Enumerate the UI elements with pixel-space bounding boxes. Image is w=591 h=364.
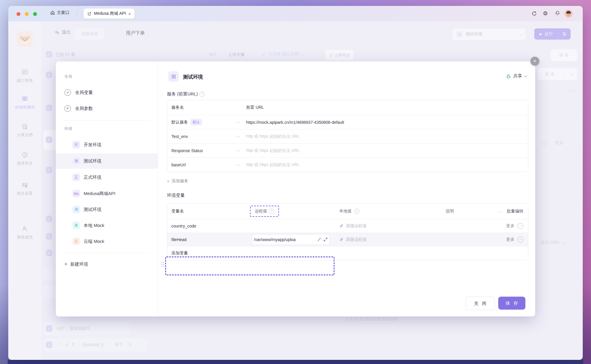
list-checkbox[interactable]: ✓ <box>46 167 52 173</box>
workspace-logo[interactable] <box>17 31 33 47</box>
batch-edit-button[interactable]: 批量编辑 <box>507 209 523 214</box>
expand-chevron-icon[interactable] <box>57 342 60 345</box>
service-url-input[interactable]: http 或 https 起始的合法 URL <box>246 148 528 153</box>
if-operator: 等于 <box>115 342 123 347</box>
row-actions-dots[interactable]: ··· <box>236 148 246 153</box>
add-service-button[interactable]: + 添加服务 <box>167 178 188 184</box>
nav-item-env-dev[interactable]: 开 开发环境 <box>56 138 158 152</box>
right-hline-3 <box>537 233 577 234</box>
response-status-row[interactable]: 成功 (200) <box>540 240 565 245</box>
row-checkbox[interactable]: ✓ <box>46 342 52 348</box>
nav-item-cloud-mock[interactable]: 云 云端 Mock <box>56 234 158 248</box>
modal-cancel-button[interactable]: 关 闭 <box>466 297 495 310</box>
variable-row-filehead[interactable]: fileHead /var/www/myapp/uploa 跟随远程值 <box>167 233 528 246</box>
variable-row-add[interactable]: 添加变量 <box>167 246 528 260</box>
refresh-icon[interactable] <box>531 11 537 17</box>
nav-item-local-mock[interactable]: 本 本地 Mock <box>56 218 158 233</box>
exit-button[interactable]: 退出 <box>55 30 71 35</box>
if-label: If <box>72 342 74 347</box>
drag-handle[interactable] <box>161 262 164 266</box>
row-actions-dots[interactable]: ··· <box>236 162 246 167</box>
traffic-light-zoom[interactable] <box>33 12 37 16</box>
tab-main-window[interactable]: 主窗口 <box>50 10 69 15</box>
sidebar-item-automation-test[interactable]: 自动化测试 <box>8 95 41 110</box>
add-variable-input[interactable]: 添加变量 <box>167 251 252 256</box>
env-badge: 测 <box>72 206 80 213</box>
row-checkbox[interactable]: ✓ <box>46 325 52 332</box>
help-icon[interactable]: ? <box>269 209 274 214</box>
list-checkbox[interactable]: ✓ <box>46 216 52 222</box>
toolbar-divider <box>71 30 71 38</box>
user-avatar[interactable] <box>564 9 573 18</box>
service-row[interactable]: Response Status ··· http 或 https 起始的合法 U… <box>167 144 528 158</box>
tab-medusa-api[interactable]: Medusa 商城 API × <box>84 9 134 19</box>
code-view-icon[interactable]: </> <box>568 89 575 94</box>
modal-save-button[interactable]: 保 存 <box>498 297 525 310</box>
row-more-button[interactable]: 更多 <box>506 237 514 242</box>
sync-now-button[interactable]: 立即同步 <box>325 50 354 61</box>
collapse-minus-icon[interactable]: − <box>542 140 548 146</box>
variable-local-value[interactable]: 跟随远程值 <box>338 223 428 229</box>
remote-value-input[interactable]: /var/www/myapp/uploa <box>252 234 330 245</box>
settings-gear-icon[interactable]: ⚙ <box>543 10 548 17</box>
variable-row-country-code[interactable]: country_code 跟随远程值 更多 − <box>167 219 528 233</box>
service-row[interactable]: 默认服务默认 ··· https://mock.apipark.cn/m1/46… <box>167 115 528 129</box>
nav-item-env-medusa[interactable]: Me Medusa商城API <box>56 186 158 201</box>
nav-item-global-variables[interactable]: V 全局变量 <box>56 85 158 100</box>
sidebar-item-share-docs[interactable]: 分享文档 <box>8 123 41 138</box>
service-url-input[interactable]: https://mock.apipark.cn/m1/4698937-43508… <box>246 120 528 125</box>
linked-doc-dropdown[interactable]: 已关联“接口文档” <box>262 51 304 57</box>
service-row[interactable]: baseUrl ··· http 或 https 起始的合法 URL <box>167 158 528 172</box>
share-dropdown[interactable]: 共享 <box>506 73 527 79</box>
variable-local-value[interactable]: 跟随远程值 <box>338 237 428 242</box>
service-row[interactable]: Test_env ··· http 或 https 起始的合法 URL <box>167 129 528 144</box>
row-actions-dots[interactable]: ··· <box>236 120 246 124</box>
list-checkbox[interactable]: ✓ <box>46 233 52 240</box>
list-checkbox[interactable]: ✓ <box>46 136 52 143</box>
sidebar-item-api-management[interactable]: 接口管理 <box>8 69 41 83</box>
send-hint-text: 点击“发送”按钮获取返回结果 <box>345 317 397 322</box>
service-url-input[interactable]: http 或 https 起始的合法 URL <box>246 134 528 139</box>
list-checkbox[interactable]: ✓ <box>46 72 52 78</box>
list-checkbox[interactable]: ✓ <box>46 250 52 256</box>
help-icon[interactable]: ? <box>199 92 205 97</box>
more-label[interactable]: 更多 <box>555 140 564 146</box>
run-button[interactable]: ▶ 运行 <box>534 28 571 40</box>
send-options-chevron-icon[interactable] <box>566 74 577 75</box>
request-row-get-cart[interactable]: ✓ GET 获取购物车 <box>44 322 129 335</box>
tab-close-icon[interactable]: × <box>128 12 131 16</box>
help-icon[interactable]: ? <box>354 209 359 214</box>
nav-item-global-params[interactable]: P 全局参数 <box>56 101 158 116</box>
row-actions-dots[interactable]: ··· <box>236 134 246 139</box>
new-environment-button[interactable]: + 新建环境 <box>64 261 88 267</box>
nav-item-env-test[interactable]: 测 测试环境 <box>56 153 158 169</box>
run-settings-icon[interactable] <box>558 28 571 40</box>
service-url-input[interactable]: http 或 https 起始的合法 URL <box>246 162 528 168</box>
condition-row-if[interactable]: ✓ If {{quantity }} 等于 0 <box>44 338 147 352</box>
environment-selector[interactable]: 测 测试环境 <box>452 28 526 40</box>
remove-row-icon[interactable]: − <box>517 237 523 243</box>
variable-name[interactable]: fileHead <box>167 237 252 242</box>
list-checkbox[interactable]: ✓ <box>46 105 52 111</box>
variable-remote-value[interactable]: /var/www/myapp/uploa <box>252 234 338 245</box>
sidebar-item-invite-members[interactable]: 邀请成员 <box>8 225 41 240</box>
exit-label: 退出 <box>62 30 71 35</box>
sidebar-item-request-history[interactable]: 请求历史 <box>8 151 41 166</box>
save-all-button[interactable]: 全部保存 <box>74 28 105 40</box>
header-dots[interactable]: ··· <box>498 209 504 214</box>
send-button[interactable]: 发 送 <box>537 68 577 80</box>
save-request-button[interactable]: 保 存 <box>550 49 577 61</box>
nav-item-env-prod[interactable]: 正 正式环境 <box>56 170 158 184</box>
traffic-light-close[interactable] <box>17 12 20 16</box>
select-all-checkbox[interactable]: ✓ <box>46 51 52 58</box>
magic-wand-icon[interactable] <box>317 237 322 242</box>
row-more-button[interactable]: 更多 <box>506 223 514 229</box>
expand-value-icon[interactable] <box>323 237 328 242</box>
variable-name[interactable]: country_code <box>167 224 252 228</box>
remove-row-icon[interactable]: − <box>517 223 523 229</box>
window-titlebar: 主窗口 Medusa 商城 API × ⚙ <box>8 6 583 22</box>
notifications-bell-icon[interactable] <box>555 10 560 16</box>
nav-item-env-test2[interactable]: 测 测试环境 <box>56 202 158 217</box>
traffic-light-minimize[interactable] <box>25 12 29 16</box>
sidebar-item-project-settings[interactable]: 项目设置 <box>8 181 41 196</box>
